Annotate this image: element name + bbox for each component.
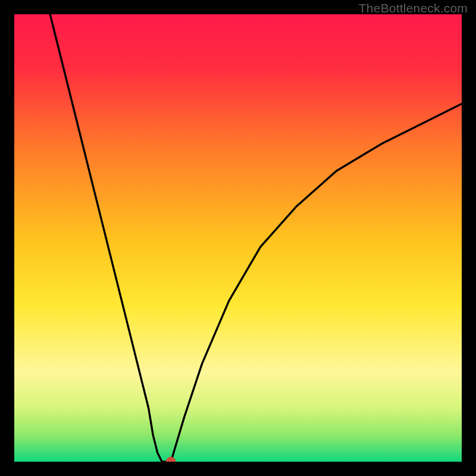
watermark-label: TheBottleneck.com	[359, 1, 468, 15]
gradient-background	[14, 14, 462, 462]
plot-svg	[14, 14, 462, 462]
bottleneck-plot	[14, 14, 462, 462]
chart-frame: TheBottleneck.com	[0, 0, 476, 476]
